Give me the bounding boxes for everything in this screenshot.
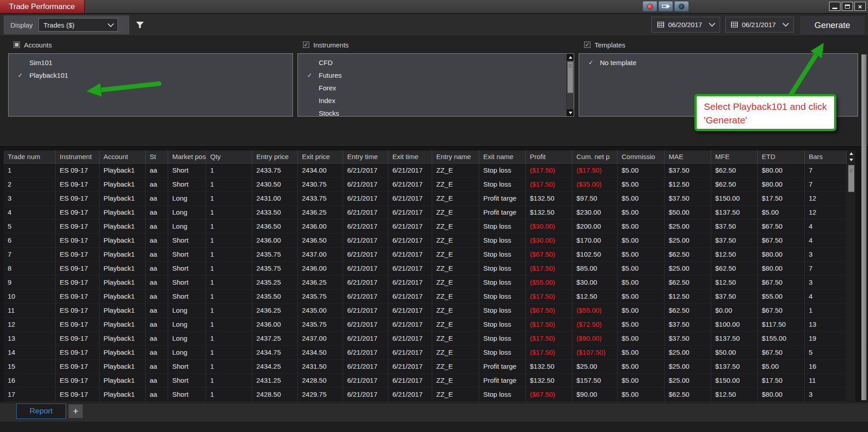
cell-market-pos: Short [168,290,206,304]
column-header-entry-time[interactable]: Entry time [343,150,388,163]
column-header-etd[interactable]: ETD [758,150,805,163]
column-header-account[interactable]: Account [99,150,146,163]
list-item-futures[interactable]: ✓Futures [298,69,574,81]
table-row[interactable]: 11ES 09-17Playback1aaLong12436.252435.00… [4,304,847,318]
list-item-label: No template [600,59,637,66]
cell-bars: 3 [805,276,847,290]
column-header-entry-price[interactable]: Entry price [252,150,298,163]
cell-trade-num: 2 [4,178,56,192]
cell-qty: 1 [206,332,252,346]
column-header-mfe[interactable]: MFE [711,150,758,163]
column-header-profit[interactable]: Profit [526,150,572,163]
close-icon: × [858,3,862,10]
table-row[interactable]: 8ES 09-17Playback1aaShort12435.752436.00… [4,262,847,276]
filter-button[interactable] [134,19,146,31]
scrollbar-thumb[interactable] [567,61,573,93]
table-row[interactable]: 1ES 09-17Playback1aaShort12433.752434.00… [4,164,847,178]
column-header-exit-price[interactable]: Exit price [298,150,343,163]
list-item-stocks[interactable]: Stocks [298,107,574,117]
camera-button[interactable] [674,1,689,12]
cell-entry-name: ZZ_E [432,220,479,234]
table-row[interactable]: 2ES 09-17Playback1aaShort12430.502430.75… [4,178,847,192]
cell-trade-num: 13 [4,332,56,346]
date-to-picker[interactable]: 06/21/2017 [725,17,794,33]
record-button[interactable] [642,1,657,12]
cell-exit-time: 6/21/2017 [388,318,432,332]
cell-mfe: $37.50 [711,220,758,234]
column-header-st[interactable]: St [146,150,168,163]
scroll-down-button[interactable] [567,109,574,116]
scroll-up-button[interactable] [847,150,855,157]
table-row[interactable]: 14ES 09-17Playback1aaLong12434.752434.50… [4,346,847,360]
column-header-cum-net-p[interactable]: Cum. net p [572,150,618,163]
column-header-bars[interactable]: Bars [805,150,847,163]
table-row[interactable]: 3ES 09-17Playback1aaLong12431.002433.756… [4,192,847,206]
column-header-qty[interactable]: Qty [206,150,252,163]
column-header-mae[interactable]: MAE [665,150,711,163]
date-from-picker[interactable]: 06/20/2017 [651,17,720,33]
display-dropdown[interactable]: Trades ($) [38,18,118,32]
table-row[interactable]: 17ES 09-17Playback1aaShort12428.502429.7… [4,388,847,402]
list-item-forex[interactable]: Forex [298,81,574,94]
tab-report[interactable]: Report [16,404,66,419]
table-row[interactable]: 12ES 09-17Playback1aaLong12436.002435.75… [4,318,847,332]
grid-vertical-scrollbar[interactable] [847,150,855,401]
cell-etd: $67.50 [758,234,805,248]
table-row[interactable]: 5ES 09-17Playback1aaLong12436.502436.006… [4,220,847,234]
scroll-down-button[interactable] [847,157,855,163]
list-item-playback101[interactable]: ✓Playback101 [9,69,292,81]
cell-etd: $67.50 [758,346,805,360]
scrollbar-thumb[interactable] [848,165,854,192]
table-row[interactable]: 15ES 09-17Playback1aaShort12434.252431.5… [4,360,847,374]
cell-bars: 4 [805,220,847,234]
table-row[interactable]: 16ES 09-17Playback1aaShort12431.252428.5… [4,374,847,388]
generate-button[interactable]: Generate [799,15,865,35]
instruments-checkbox[interactable]: ✓ [303,42,309,48]
table-row[interactable]: 13ES 09-17Playback1aaLong12437.252437.00… [4,332,847,346]
list-item-cfd[interactable]: CFD [298,56,574,69]
table-row[interactable]: 10ES 09-17Playback1aaShort12435.502435.7… [4,290,847,304]
cell-qty: 1 [206,248,252,262]
share-arrow-icon [662,4,670,9]
list-item-no-template[interactable]: ✓No template [579,56,858,69]
templates-checkbox[interactable]: ✓ [584,42,590,48]
title-bar: Trade Performance × [0,0,868,14]
list-item-sim101[interactable]: Sim101 [9,56,292,69]
cell-qty: 1 [206,360,252,374]
window-right-scrollbar[interactable] [861,54,867,400]
column-header-exit-time[interactable]: Exit time [388,150,432,163]
column-header-trade-num[interactable]: Trade num [4,150,56,163]
maximize-button[interactable] [842,2,853,11]
share-button[interactable] [658,1,673,12]
cell-entry-time: 6/21/2017 [343,290,388,304]
column-header-exit-name[interactable]: Exit name [479,150,526,163]
cell-entry-time: 6/21/2017 [343,388,388,402]
cell-profit: ($67.50) [526,248,572,262]
cell-account: Playback1 [99,332,146,346]
column-header-commissio[interactable]: Commissio [618,150,665,163]
add-tab-button[interactable]: + [69,404,83,418]
cell-etd: $80.00 [758,178,805,192]
cell-trade-num: 12 [4,318,56,332]
minimize-button[interactable] [829,2,840,11]
list-item-index[interactable]: Index [298,94,574,107]
scroll-up-button[interactable] [567,54,574,61]
cell-mfe: $62.50 [711,262,758,276]
instruments-scrollbar[interactable] [566,54,574,116]
accounts-checkbox[interactable] [14,42,20,48]
column-header-entry-name[interactable]: Entry name [432,150,479,163]
cell-exit-name: Stop loss [479,220,526,234]
table-row[interactable]: 7ES 09-17Playback1aaShort12435.752437.00… [4,248,847,262]
cell-exit-name: Stop loss [479,234,526,248]
table-row[interactable]: 9ES 09-17Playback1aaShort12435.252436.25… [4,276,847,290]
table-row[interactable]: 4ES 09-17Playback1aaLong12433.502436.256… [4,206,847,220]
column-header-market-pos[interactable]: Market pos [168,150,206,163]
cell-st: aa [146,220,168,234]
column-header-instrument[interactable]: Instrument [56,150,99,163]
grid-header-row: Trade numInstrumentAccountStMarket posQt… [4,150,847,164]
table-row[interactable]: 6ES 09-17Playback1aaShort12436.002436.50… [4,234,847,248]
close-button[interactable]: × [854,2,866,11]
cell-qty: 1 [206,388,252,402]
cell-entry-price: 2436.00 [252,234,298,248]
cell-exit-time: 6/21/2017 [388,374,432,388]
